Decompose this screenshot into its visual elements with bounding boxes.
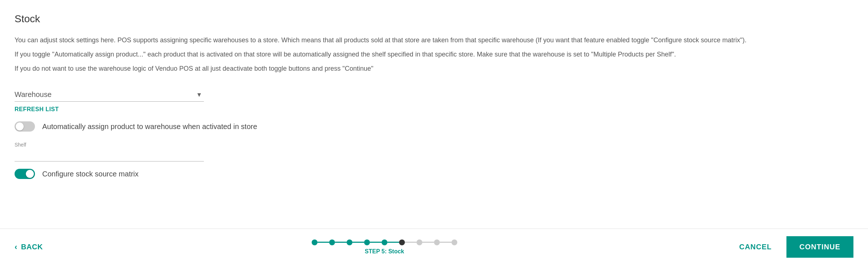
step-dot-line (370, 242, 382, 243)
shelf-label: Shelf (15, 142, 204, 148)
warehouse-section: Warehouse ▾ REFRESH LIST Automatically a… (15, 87, 853, 132)
step-dot-line (335, 242, 347, 243)
shelf-section: Shelf Configure stock source matrix (15, 142, 853, 179)
footer-buttons: CANCEL CONTINUE (726, 236, 853, 258)
back-chevron-icon: ‹ (15, 242, 17, 252)
step-dots (312, 239, 457, 245)
description-1: You can adjust stock settings here. POS … (15, 35, 812, 46)
auto-assign-toggle[interactable] (15, 121, 35, 132)
auto-assign-label: Automatically assign product to warehous… (42, 122, 257, 131)
auto-assign-toggle-row: Automatically assign product to warehous… (15, 121, 853, 132)
step-indicator: STEP 5: Stock (312, 239, 457, 255)
configure-matrix-toggle-row: Configure stock source matrix (15, 169, 853, 179)
refresh-list-button[interactable]: REFRESH LIST (15, 106, 59, 113)
footer: ‹ BACK STEP 5: Stock CANCEL CONTINUE (0, 229, 868, 265)
warehouse-dropdown-container: Warehouse ▾ (15, 87, 204, 102)
back-button[interactable]: ‹ BACK (15, 242, 43, 252)
step-dot-line (405, 242, 417, 243)
description-3: If you do not want to use the warehouse … (15, 63, 686, 74)
description-2: If you toggle "Automatically assign prod… (15, 49, 812, 60)
auto-assign-thumb (16, 122, 24, 130)
auto-assign-track (15, 121, 35, 132)
step-dot-line (352, 242, 364, 243)
main-content: Stock You can adjust stock settings here… (0, 0, 868, 229)
cancel-button[interactable]: CANCEL (726, 236, 785, 258)
step-dot (364, 239, 370, 245)
step-dot (399, 239, 405, 245)
step-dot (451, 239, 457, 245)
step-dot (312, 239, 317, 245)
warehouse-select[interactable]: Warehouse (15, 87, 204, 102)
step-dot-line (440, 242, 451, 243)
step-label: STEP 5: Stock (365, 248, 404, 255)
step-dot (417, 239, 422, 245)
step-dot (434, 239, 440, 245)
configure-matrix-thumb (26, 170, 34, 178)
step-dot-line (387, 242, 399, 243)
shelf-input[interactable] (15, 148, 204, 161)
shelf-input-container: Shelf (15, 142, 204, 161)
step-dot (382, 239, 387, 245)
step-dot-line (317, 242, 329, 243)
step-dot (329, 239, 335, 245)
page-title: Stock (15, 13, 853, 25)
step-number: STEP 5: (365, 248, 387, 254)
configure-matrix-label: Configure stock source matrix (42, 170, 139, 178)
step-dot (347, 239, 352, 245)
continue-button[interactable]: CONTINUE (786, 236, 853, 258)
back-label: BACK (21, 243, 43, 251)
configure-matrix-toggle[interactable] (15, 169, 35, 179)
step-dot-line (422, 242, 434, 243)
configure-matrix-track (15, 169, 35, 179)
step-name: Stock (388, 248, 404, 254)
